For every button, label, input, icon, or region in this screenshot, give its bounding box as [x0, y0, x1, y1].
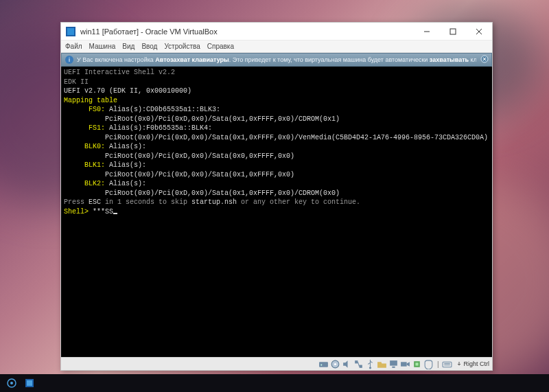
menu-help[interactable]: Справка — [207, 43, 234, 50]
minimize-button[interactable] — [414, 23, 440, 40]
display-icon[interactable] — [388, 359, 399, 369]
hdd-icon[interactable] — [318, 359, 329, 369]
titlebar[interactable]: win11 [Работает] - Oracle VM VirtualBox — [61, 23, 492, 41]
svg-rect-15 — [355, 360, 358, 363]
svg-rect-11 — [319, 362, 328, 367]
cd-icon[interactable] — [330, 359, 340, 369]
record-icon[interactable] — [400, 359, 410, 369]
svg-rect-1 — [67, 28, 74, 35]
infobar-close-icon[interactable] — [480, 55, 489, 65]
svg-line-17 — [358, 362, 359, 366]
host-key-indicator[interactable]: Right Ctrl — [456, 360, 489, 367]
svg-rect-21 — [401, 362, 407, 366]
separator: | — [437, 360, 439, 368]
svg-point-28 — [10, 382, 13, 384]
menu-devices[interactable]: Устройства — [164, 43, 200, 50]
svg-rect-24 — [443, 362, 452, 367]
usb-icon[interactable] — [365, 359, 375, 369]
svg-rect-20 — [392, 366, 395, 367]
audio-icon[interactable] — [342, 359, 352, 369]
info-icon: i — [65, 55, 74, 65]
vbox-icon — [65, 26, 76, 37]
uefi-shell-header: UEFI Interactive Shell v2.2 — [64, 69, 175, 76]
mouse-icon[interactable] — [423, 359, 434, 369]
mapping-table-title: Mapping table — [64, 97, 117, 104]
menubar: Файл Машина Вид Ввод Устройства Справка — [61, 41, 492, 53]
keyboard-capture-infobar: i У Вас включена настройка Автозахват кл… — [61, 53, 492, 67]
window-controls — [414, 23, 492, 40]
menu-file[interactable]: Файл — [65, 43, 82, 50]
svg-point-18 — [369, 367, 371, 369]
svg-rect-3 — [450, 29, 456, 34]
network-icon[interactable] — [353, 359, 364, 369]
cpu-icon[interactable] — [412, 359, 422, 369]
vm-statusbar: | Right Ctrl — [61, 357, 492, 370]
svg-point-12 — [320, 364, 322, 365]
keyboard-icon[interactable] — [442, 359, 452, 369]
shared-folder-icon[interactable] — [377, 359, 387, 369]
start-button[interactable] — [5, 376, 19, 390]
close-button[interactable] — [466, 23, 492, 40]
host-key-arrow-icon — [456, 360, 462, 367]
svg-rect-19 — [390, 360, 397, 366]
shell-input: ***SS — [93, 208, 113, 216]
infobar-text: У Вас включена настройка Автозахват клав… — [77, 56, 476, 64]
window-title: win11 [Работает] - Oracle VM VirtualBox — [80, 27, 414, 36]
menu-view[interactable]: Вид — [122, 43, 135, 50]
svg-text:i: i — [69, 56, 70, 63]
menu-machine[interactable]: Машина — [89, 43, 116, 50]
svg-rect-23 — [415, 362, 418, 365]
cursor-icon — [113, 213, 117, 214]
shell-prompt: Shell> — [64, 208, 93, 216]
vm-guest-display[interactable]: UEFI Interactive Shell v2.2 EDK II UEFI … — [61, 67, 492, 357]
taskbar-app-icon[interactable] — [23, 376, 36, 390]
desktop-taskbar[interactable] — [0, 374, 549, 392]
svg-point-14 — [334, 362, 336, 365]
menu-input[interactable]: Ввод — [141, 43, 157, 50]
svg-rect-30 — [27, 380, 32, 386]
maximize-button[interactable] — [440, 23, 466, 40]
vm-window: win11 [Работает] - Oracle VM VirtualBox … — [60, 22, 493, 371]
svg-rect-16 — [359, 365, 362, 367]
